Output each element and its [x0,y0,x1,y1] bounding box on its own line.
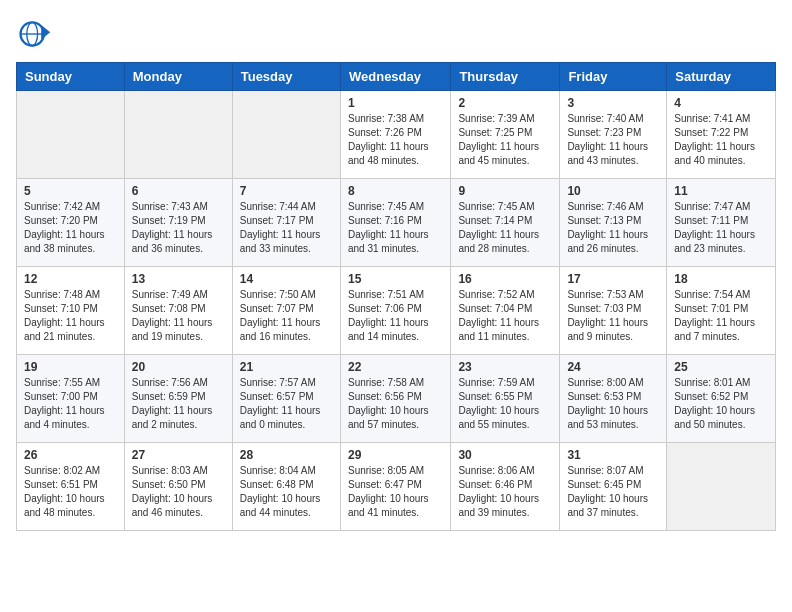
calendar-cell: 23Sunrise: 7:59 AMSunset: 6:55 PMDayligh… [451,355,560,443]
day-info: Sunrise: 7:59 AMSunset: 6:55 PMDaylight:… [458,376,552,432]
day-info: Sunrise: 7:38 AMSunset: 7:26 PMDaylight:… [348,112,443,168]
day-number: 30 [458,448,552,462]
day-number: 31 [567,448,659,462]
calendar-cell: 11Sunrise: 7:47 AMSunset: 7:11 PMDayligh… [667,179,776,267]
calendar-cell: 22Sunrise: 7:58 AMSunset: 6:56 PMDayligh… [340,355,450,443]
day-number: 15 [348,272,443,286]
calendar-cell: 27Sunrise: 8:03 AMSunset: 6:50 PMDayligh… [124,443,232,531]
calendar-cell: 25Sunrise: 8:01 AMSunset: 6:52 PMDayligh… [667,355,776,443]
day-info: Sunrise: 7:39 AMSunset: 7:25 PMDaylight:… [458,112,552,168]
col-thursday: Thursday [451,63,560,91]
calendar-cell: 24Sunrise: 8:00 AMSunset: 6:53 PMDayligh… [560,355,667,443]
day-info: Sunrise: 7:46 AMSunset: 7:13 PMDaylight:… [567,200,659,256]
calendar-cell: 31Sunrise: 8:07 AMSunset: 6:45 PMDayligh… [560,443,667,531]
day-info: Sunrise: 7:45 AMSunset: 7:14 PMDaylight:… [458,200,552,256]
day-info: Sunrise: 7:48 AMSunset: 7:10 PMDaylight:… [24,288,117,344]
day-number: 24 [567,360,659,374]
day-number: 25 [674,360,768,374]
day-info: Sunrise: 8:01 AMSunset: 6:52 PMDaylight:… [674,376,768,432]
calendar-cell: 29Sunrise: 8:05 AMSunset: 6:47 PMDayligh… [340,443,450,531]
day-info: Sunrise: 7:47 AMSunset: 7:11 PMDaylight:… [674,200,768,256]
calendar-cell [667,443,776,531]
day-number: 17 [567,272,659,286]
calendar-cell: 28Sunrise: 8:04 AMSunset: 6:48 PMDayligh… [232,443,340,531]
day-number: 1 [348,96,443,110]
calendar-cell: 8Sunrise: 7:45 AMSunset: 7:16 PMDaylight… [340,179,450,267]
day-number: 22 [348,360,443,374]
day-info: Sunrise: 7:40 AMSunset: 7:23 PMDaylight:… [567,112,659,168]
calendar-week-row: 26Sunrise: 8:02 AMSunset: 6:51 PMDayligh… [17,443,776,531]
day-number: 16 [458,272,552,286]
calendar-cell: 17Sunrise: 7:53 AMSunset: 7:03 PMDayligh… [560,267,667,355]
calendar-cell: 18Sunrise: 7:54 AMSunset: 7:01 PMDayligh… [667,267,776,355]
day-info: Sunrise: 7:45 AMSunset: 7:16 PMDaylight:… [348,200,443,256]
day-number: 7 [240,184,333,198]
calendar-cell: 12Sunrise: 7:48 AMSunset: 7:10 PMDayligh… [17,267,125,355]
calendar-cell: 5Sunrise: 7:42 AMSunset: 7:20 PMDaylight… [17,179,125,267]
day-info: Sunrise: 7:49 AMSunset: 7:08 PMDaylight:… [132,288,225,344]
calendar-cell: 7Sunrise: 7:44 AMSunset: 7:17 PMDaylight… [232,179,340,267]
day-info: Sunrise: 7:54 AMSunset: 7:01 PMDaylight:… [674,288,768,344]
logo [16,16,54,52]
day-info: Sunrise: 7:53 AMSunset: 7:03 PMDaylight:… [567,288,659,344]
col-tuesday: Tuesday [232,63,340,91]
calendar-week-row: 1Sunrise: 7:38 AMSunset: 7:26 PMDaylight… [17,91,776,179]
col-wednesday: Wednesday [340,63,450,91]
calendar-cell: 19Sunrise: 7:55 AMSunset: 7:00 PMDayligh… [17,355,125,443]
calendar-cell: 2Sunrise: 7:39 AMSunset: 7:25 PMDaylight… [451,91,560,179]
day-number: 2 [458,96,552,110]
calendar-cell [17,91,125,179]
calendar-cell: 16Sunrise: 7:52 AMSunset: 7:04 PMDayligh… [451,267,560,355]
col-sunday: Sunday [17,63,125,91]
day-info: Sunrise: 7:56 AMSunset: 6:59 PMDaylight:… [132,376,225,432]
logo-icon [16,16,52,52]
calendar-cell: 10Sunrise: 7:46 AMSunset: 7:13 PMDayligh… [560,179,667,267]
day-info: Sunrise: 8:05 AMSunset: 6:47 PMDaylight:… [348,464,443,520]
day-info: Sunrise: 7:55 AMSunset: 7:00 PMDaylight:… [24,376,117,432]
day-number: 6 [132,184,225,198]
day-info: Sunrise: 8:02 AMSunset: 6:51 PMDaylight:… [24,464,117,520]
day-number: 18 [674,272,768,286]
day-number: 11 [674,184,768,198]
day-info: Sunrise: 7:44 AMSunset: 7:17 PMDaylight:… [240,200,333,256]
day-number: 23 [458,360,552,374]
calendar-table: Sunday Monday Tuesday Wednesday Thursday… [16,62,776,531]
day-info: Sunrise: 7:57 AMSunset: 6:57 PMDaylight:… [240,376,333,432]
day-number: 21 [240,360,333,374]
day-info: Sunrise: 7:51 AMSunset: 7:06 PMDaylight:… [348,288,443,344]
day-info: Sunrise: 7:58 AMSunset: 6:56 PMDaylight:… [348,376,443,432]
calendar-cell: 26Sunrise: 8:02 AMSunset: 6:51 PMDayligh… [17,443,125,531]
day-number: 20 [132,360,225,374]
calendar-cell [232,91,340,179]
col-monday: Monday [124,63,232,91]
day-number: 10 [567,184,659,198]
calendar-header-row: Sunday Monday Tuesday Wednesday Thursday… [17,63,776,91]
day-number: 4 [674,96,768,110]
calendar-cell: 20Sunrise: 7:56 AMSunset: 6:59 PMDayligh… [124,355,232,443]
calendar-cell: 13Sunrise: 7:49 AMSunset: 7:08 PMDayligh… [124,267,232,355]
calendar-week-row: 12Sunrise: 7:48 AMSunset: 7:10 PMDayligh… [17,267,776,355]
day-number: 14 [240,272,333,286]
day-info: Sunrise: 7:50 AMSunset: 7:07 PMDaylight:… [240,288,333,344]
calendar-week-row: 5Sunrise: 7:42 AMSunset: 7:20 PMDaylight… [17,179,776,267]
day-info: Sunrise: 7:41 AMSunset: 7:22 PMDaylight:… [674,112,768,168]
day-info: Sunrise: 8:06 AMSunset: 6:46 PMDaylight:… [458,464,552,520]
col-saturday: Saturday [667,63,776,91]
day-number: 27 [132,448,225,462]
calendar-cell: 14Sunrise: 7:50 AMSunset: 7:07 PMDayligh… [232,267,340,355]
calendar-cell: 1Sunrise: 7:38 AMSunset: 7:26 PMDaylight… [340,91,450,179]
col-friday: Friday [560,63,667,91]
day-number: 13 [132,272,225,286]
day-info: Sunrise: 8:07 AMSunset: 6:45 PMDaylight:… [567,464,659,520]
day-number: 3 [567,96,659,110]
day-info: Sunrise: 7:52 AMSunset: 7:04 PMDaylight:… [458,288,552,344]
day-info: Sunrise: 7:42 AMSunset: 7:20 PMDaylight:… [24,200,117,256]
day-number: 9 [458,184,552,198]
calendar-cell: 9Sunrise: 7:45 AMSunset: 7:14 PMDaylight… [451,179,560,267]
day-number: 28 [240,448,333,462]
day-number: 26 [24,448,117,462]
calendar-cell: 4Sunrise: 7:41 AMSunset: 7:22 PMDaylight… [667,91,776,179]
calendar-cell: 15Sunrise: 7:51 AMSunset: 7:06 PMDayligh… [340,267,450,355]
calendar-week-row: 19Sunrise: 7:55 AMSunset: 7:00 PMDayligh… [17,355,776,443]
page-header [16,16,776,52]
